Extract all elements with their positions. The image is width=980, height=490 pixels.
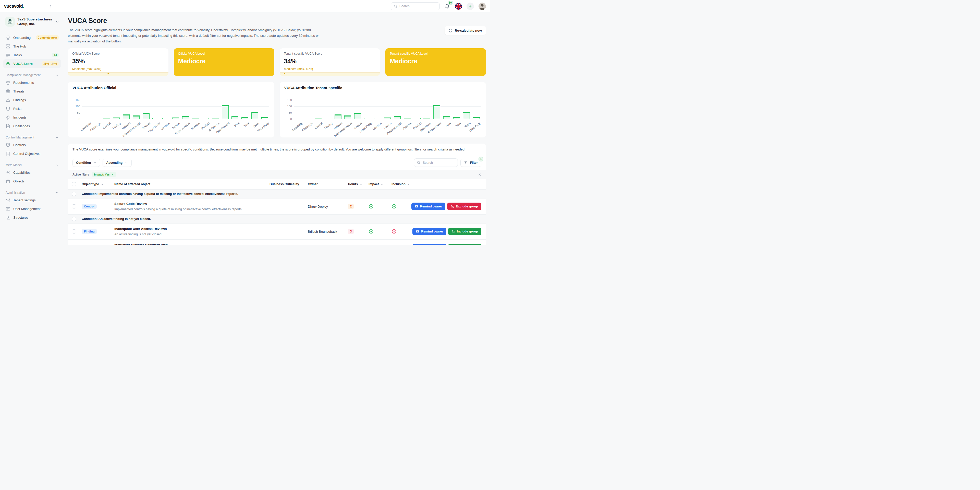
sidebar-item-challenges[interactable]: Challenges bbox=[3, 121, 61, 130]
exclude-group-button[interactable]: Exclude group bbox=[447, 203, 481, 210]
org-switcher[interactable]: SaaS Superstructures Group, Inc. bbox=[3, 16, 61, 27]
search-icon bbox=[393, 4, 397, 8]
score-card-value: Mediocre bbox=[390, 57, 482, 65]
sidebar-item-vuca-score[interactable]: VUCA Score35% | 34% bbox=[3, 59, 61, 68]
remind-owner-button[interactable]: Remind owner bbox=[411, 203, 445, 210]
object-name[interactable]: Inefficient Disaster Recovery Plan bbox=[115, 243, 269, 245]
user-avatar[interactable] bbox=[479, 3, 486, 10]
column-header-impact[interactable]: Impact bbox=[369, 182, 391, 186]
remind-owner-button[interactable]: Remind owner bbox=[412, 244, 446, 245]
sidebar-item-label: Controls bbox=[13, 143, 25, 147]
remove-filter-icon[interactable] bbox=[111, 173, 114, 176]
bar-slot bbox=[384, 118, 391, 119]
sidebar-item-capabilities[interactable]: Capabilities bbox=[3, 168, 61, 177]
column-header-inclusion[interactable]: Inclusion bbox=[391, 182, 420, 186]
x-axis-tick-label: Person bbox=[172, 121, 180, 129]
row-checkbox[interactable] bbox=[72, 230, 76, 233]
sidebar-item-tasks[interactable]: Tasks14 bbox=[3, 51, 61, 59]
lightbulb-icon bbox=[6, 35, 11, 40]
sidebar-item-structures[interactable]: Structures bbox=[3, 213, 61, 222]
sidebar-item-requirements[interactable]: Requirements bbox=[3, 78, 61, 87]
recalculate-label: Re-calculate now bbox=[455, 29, 482, 32]
score-card-sublabel: Mediocre (max. 40%) bbox=[72, 67, 164, 71]
column-header-label: Impact bbox=[369, 182, 379, 186]
column-header-business-criticality: Business Criticality bbox=[269, 182, 308, 186]
bar-slot bbox=[394, 116, 401, 119]
conditions-table-card: The VUCA score examines your compliance … bbox=[68, 144, 486, 245]
filter-button[interactable]: Filter 1 bbox=[460, 159, 481, 167]
sidebar-item-user-management[interactable]: User Management bbox=[3, 204, 61, 213]
sidebar-item-findings[interactable]: Findings bbox=[3, 96, 61, 104]
points-cell: 3 bbox=[348, 229, 369, 234]
group-checkbox[interactable] bbox=[72, 192, 76, 196]
y-axis-tick-label: 150 bbox=[287, 98, 292, 101]
table-search-input[interactable] bbox=[423, 161, 455, 164]
column-header-object-type[interactable]: Object type bbox=[82, 182, 115, 186]
sidebar-item-incidents[interactable]: Incidents bbox=[3, 113, 61, 121]
notifications-button[interactable]: 50 bbox=[444, 3, 450, 10]
sidebar-item-threats[interactable]: Threats bbox=[3, 87, 61, 96]
search-input[interactable] bbox=[399, 4, 437, 8]
bar-risk bbox=[443, 116, 450, 119]
chart-card: VUCA Attribution Tenant-specific05010015… bbox=[280, 82, 486, 137]
sidebar-item-control-objectives[interactable]: Control Objectives bbox=[3, 149, 61, 158]
org-name: SaaS Superstructures Group, Inc. bbox=[18, 17, 53, 26]
x-label-slot: Product bbox=[414, 120, 421, 136]
bar-third-party bbox=[473, 117, 480, 119]
x-label-slot: Control bbox=[315, 120, 321, 136]
condition-group-label: Condition: Implemented controls having a… bbox=[82, 192, 481, 196]
sidebar-item-objects[interactable]: Objects bbox=[3, 177, 61, 185]
page-layout: SaaS Superstructures Group, Inc. Onboard… bbox=[0, 12, 490, 245]
back-button[interactable] bbox=[47, 3, 54, 10]
condition-group-row: Condition: Implemented controls having a… bbox=[68, 190, 486, 198]
chart-body: 050100150CapabilityChallengeControlFindi… bbox=[68, 94, 274, 137]
x-axis-tick-label: Challenge bbox=[89, 121, 101, 132]
sidebar-item-controls[interactable]: Controls bbox=[3, 140, 61, 149]
search-icon bbox=[417, 161, 421, 164]
group-by-select[interactable]: Condition bbox=[73, 159, 100, 167]
column-header-points[interactable]: Points bbox=[348, 182, 369, 186]
remind-owner-button[interactable]: Remind owner bbox=[412, 228, 446, 235]
include-group-button[interactable]: Include group bbox=[448, 244, 481, 245]
y-axis-tick-label: 100 bbox=[76, 105, 80, 108]
sort-chevron-icon bbox=[100, 183, 104, 186]
bar-location bbox=[374, 118, 381, 119]
active-filter-pill[interactable]: Impact: Yes bbox=[92, 172, 116, 177]
bar-it-asset bbox=[354, 113, 361, 119]
score-card-inner: Tenant-specific VUCA LevelMediocre bbox=[385, 48, 486, 69]
avatar-image bbox=[479, 3, 486, 10]
bar-process bbox=[404, 118, 410, 119]
select-all-checkbox[interactable] bbox=[72, 182, 76, 186]
bar-location bbox=[162, 118, 169, 119]
bar-slot bbox=[133, 115, 140, 119]
sidebar-item-onboarding[interactable]: OnboardingComplete now bbox=[3, 33, 61, 42]
language-flag-button[interactable] bbox=[455, 3, 462, 10]
score-card-value: 35% bbox=[72, 57, 164, 65]
include-group-button[interactable]: Include group bbox=[448, 228, 481, 235]
bar-person bbox=[172, 118, 179, 119]
bar-slot bbox=[242, 117, 248, 119]
bar-slot bbox=[261, 117, 268, 119]
group-checkbox[interactable] bbox=[72, 217, 76, 221]
sort-direction-select[interactable]: Ascending bbox=[103, 159, 132, 167]
score-progress-track bbox=[68, 73, 169, 76]
sidebar-section-header: Administration bbox=[3, 191, 61, 195]
object-name[interactable]: Inadequate User Access Reviews bbox=[115, 227, 269, 231]
sidebar-item-risks[interactable]: Risks bbox=[3, 104, 61, 113]
y-axis-tick-label: 0 bbox=[79, 118, 80, 121]
create-new-button[interactable] bbox=[466, 3, 474, 10]
column-header-label: Inclusion bbox=[391, 182, 406, 186]
row-checkbox[interactable] bbox=[72, 204, 76, 209]
sidebar-item-tenant-settings[interactable]: Tenant settings bbox=[3, 196, 61, 204]
object-name[interactable]: Secure Code Review bbox=[115, 202, 269, 206]
recalculate-button[interactable]: Re-calculate now bbox=[445, 26, 486, 35]
sidebar-item-label: Findings bbox=[13, 98, 26, 102]
sidebar-item-the-hub[interactable]: The Hub bbox=[3, 42, 61, 51]
clear-filters-button[interactable] bbox=[478, 173, 481, 176]
sidebar-section-header: Compliance Management bbox=[3, 73, 61, 77]
bar-slot bbox=[463, 112, 470, 119]
alert-triangle-icon bbox=[6, 97, 11, 102]
chevron-up-icon bbox=[55, 73, 59, 77]
filter-count-badge: 1 bbox=[479, 156, 484, 161]
bar-information-asset bbox=[133, 115, 140, 119]
